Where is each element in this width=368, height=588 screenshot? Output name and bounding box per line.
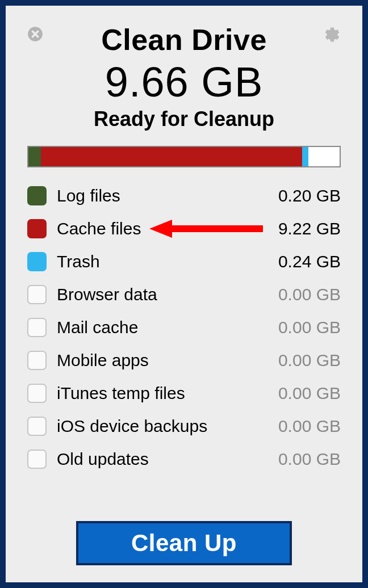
list-item[interactable]: Browser data0.00 GB [27, 283, 341, 306]
list-item[interactable]: Log files0.20 GB [27, 184, 341, 207]
item-checkbox[interactable] [27, 285, 47, 304]
item-size: 0.00 GB [261, 318, 341, 337]
status-subtitle: Ready for Cleanup [27, 107, 341, 131]
item-label: Log files [57, 186, 261, 205]
usage-bar-segment [28, 147, 41, 166]
usage-bar-segment [302, 147, 308, 166]
item-label: Cache files [57, 219, 261, 238]
item-label: iTunes temp files [57, 384, 261, 403]
item-label: Trash [57, 252, 261, 271]
list-item[interactable]: iOS device backups0.00 GB [27, 415, 341, 438]
cleanup-button[interactable]: Clean Up [76, 521, 292, 565]
item-label: Mail cache [57, 318, 261, 337]
list-item[interactable]: Cache files9.22 GB [27, 217, 341, 240]
item-checkbox[interactable] [27, 186, 47, 205]
item-checkbox[interactable] [27, 417, 47, 436]
item-checkbox[interactable] [27, 252, 47, 271]
list-item[interactable]: iTunes temp files0.00 GB [27, 382, 341, 405]
item-label: Mobile apps [57, 351, 261, 370]
item-checkbox[interactable] [27, 318, 47, 337]
item-checkbox[interactable] [27, 384, 47, 403]
usage-bar-segment [308, 147, 340, 166]
item-list: Log files0.20 GBCache files9.22 GBTrash0… [27, 184, 341, 471]
usage-bar-segment [41, 147, 302, 166]
item-label: Old updates [57, 450, 261, 469]
item-size: 0.00 GB [261, 450, 341, 469]
item-size: 0.00 GB [261, 351, 341, 370]
item-size: 0.00 GB [261, 417, 341, 436]
item-checkbox[interactable] [27, 351, 47, 370]
gear-icon[interactable] [324, 26, 341, 43]
total-size: 9.66 GB [27, 58, 341, 106]
list-item[interactable]: Trash0.24 GB [27, 250, 341, 273]
header: Clean Drive 9.66 GB Ready for Cleanup [27, 23, 341, 131]
item-checkbox[interactable] [27, 450, 47, 469]
item-label: Browser data [57, 285, 261, 304]
list-item[interactable]: Old updates0.00 GB [27, 448, 341, 471]
close-icon[interactable] [27, 26, 43, 42]
usage-bar [27, 146, 341, 167]
item-label: iOS device backups [57, 417, 261, 436]
item-checkbox[interactable] [27, 219, 47, 238]
item-size: 9.22 GB [261, 219, 341, 238]
item-size: 0.00 GB [261, 285, 341, 304]
list-item[interactable]: Mobile apps0.00 GB [27, 349, 341, 372]
clean-drive-window: Clean Drive 9.66 GB Ready for Cleanup Lo… [0, 0, 368, 588]
app-title: Clean Drive [27, 23, 341, 57]
cleanup-button-label: Clean Up [131, 530, 237, 557]
item-size: 0.24 GB [261, 252, 341, 271]
list-item[interactable]: Mail cache0.00 GB [27, 316, 341, 339]
item-size: 0.20 GB [261, 186, 341, 205]
item-size: 0.00 GB [261, 384, 341, 403]
